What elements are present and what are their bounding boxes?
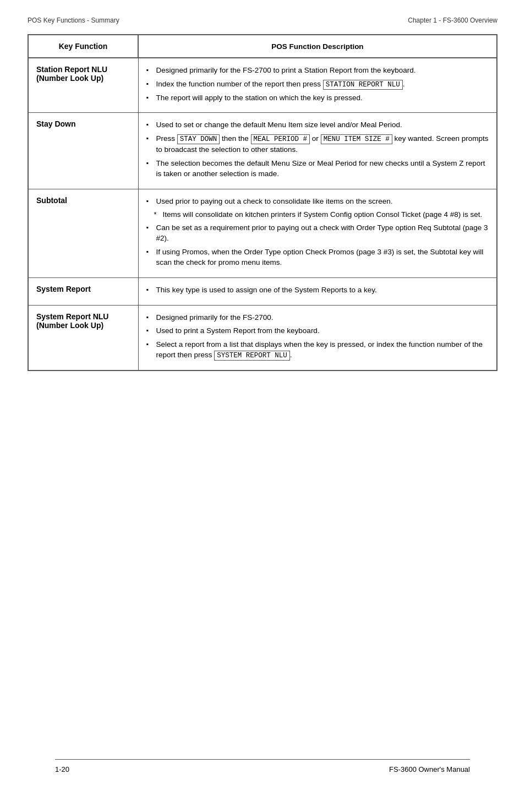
key-station-report-nlu: Station Report NLU(Number Look Up) bbox=[28, 58, 138, 113]
header-right: Chapter 1 - FS-3600 Overview bbox=[408, 17, 497, 24]
table-row: System Report This key type is used to a… bbox=[28, 278, 497, 306]
desc-stay-down: Used to set or change the default Menu I… bbox=[138, 113, 497, 189]
footer-right: FS-3600 Owner's Manual bbox=[389, 765, 470, 773]
desc-subtotal: Used prior to paying out a check to cons… bbox=[138, 189, 497, 277]
header-left: POS Key Functions - Summary bbox=[28, 17, 119, 24]
table-row: Station Report NLU(Number Look Up) Desig… bbox=[28, 58, 497, 113]
footer-left: 1-20 bbox=[55, 765, 69, 773]
key-system-report-nlu: System Report NLU(Number Look Up) bbox=[28, 305, 138, 370]
table-row: Subtotal Used prior to paying out a chec… bbox=[28, 189, 497, 277]
key-system-report: System Report bbox=[28, 278, 138, 306]
table-row: Stay Down Used to set or change the defa… bbox=[28, 113, 497, 189]
col1-header: Key Function bbox=[28, 35, 138, 58]
desc-station-report-nlu: Designed primarily for the FS-2700 to pr… bbox=[138, 58, 497, 113]
key-functions-table: Key Function POS Function Description St… bbox=[28, 34, 497, 371]
desc-system-report: This key type is used to assign one of t… bbox=[138, 278, 497, 306]
page-footer: 1-20 FS-3600 Owner's Manual bbox=[55, 759, 470, 773]
key-stay-down: Stay Down bbox=[28, 113, 138, 189]
table-row: System Report NLU(Number Look Up) Design… bbox=[28, 305, 497, 370]
key-subtotal: Subtotal bbox=[28, 189, 138, 277]
col2-header: POS Function Description bbox=[138, 35, 497, 58]
page-header: POS Key Functions - Summary Chapter 1 - … bbox=[28, 17, 497, 24]
desc-system-report-nlu: Designed primarily for the FS-2700. Used… bbox=[138, 305, 497, 370]
